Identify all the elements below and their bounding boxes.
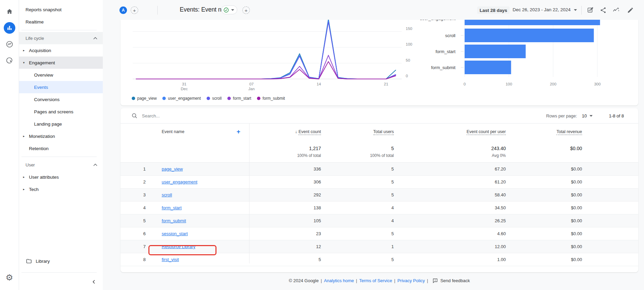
row-index: 6 xyxy=(120,231,146,236)
home-icon[interactable] xyxy=(4,6,15,17)
event-name-link[interactable]: form_submit xyxy=(162,218,186,223)
footer-link-analytics-home[interactable]: Analytics home xyxy=(324,278,354,283)
legend-label: form_submit xyxy=(262,96,285,101)
sidebar-section-life-cycle[interactable]: Life cycle xyxy=(19,32,103,44)
legend-item[interactable]: scroll xyxy=(207,96,222,101)
explore-icon[interactable] xyxy=(4,38,15,50)
search-input[interactable] xyxy=(141,113,286,119)
sidebar-item-library[interactable]: Library xyxy=(19,255,103,267)
event-count-value: 306 xyxy=(249,179,321,184)
add-comparison-button[interactable]: + xyxy=(131,6,138,14)
chevron-up-icon xyxy=(93,37,97,39)
sidebar-item-acquisition[interactable]: Acquisition xyxy=(19,44,103,57)
insights-icon[interactable] xyxy=(612,6,620,14)
event-name-cell: user_engagement xyxy=(146,179,249,184)
footer-link-privacy[interactable]: Privacy Policy xyxy=(397,278,425,283)
sidebar-item-label: Monetization xyxy=(29,134,55,139)
table-row[interactable]: 3scroll292558.40$0.00 xyxy=(120,189,638,202)
sidebar-item-engagement[interactable]: Engagement xyxy=(19,57,103,69)
table-row[interactable]: 5form_submit105426.25$0.00 xyxy=(120,214,638,227)
legend-label: form_start xyxy=(233,96,251,101)
event-name-link[interactable]: Resource Library xyxy=(162,244,195,249)
feedback-icon xyxy=(432,278,438,284)
event-count-per-user-value: 1.00 xyxy=(394,257,506,262)
sidebar-item-label: Tech xyxy=(29,187,39,192)
caret-down-icon[interactable] xyxy=(574,9,577,11)
event-name-link[interactable]: scroll xyxy=(162,192,172,197)
search-icon xyxy=(131,113,138,119)
sidebar-section-user[interactable]: User xyxy=(19,159,103,171)
total-revenue-value: $0.00 xyxy=(506,257,582,262)
table-row[interactable]: 8first_visit551.00$0.00 xyxy=(120,253,638,266)
table-row[interactable]: 4form_start138434.50$0.00 xyxy=(120,202,638,214)
sidebar-item-label: Library xyxy=(36,259,50,264)
date-range-selector[interactable]: Dec 26, 2023 - Jan 22, 2024 xyxy=(513,7,570,12)
total-event-count-sub: 100% of total xyxy=(249,153,321,158)
sidebar-item-realtime[interactable]: Realtime xyxy=(19,16,103,28)
column-header-total-users[interactable]: Total users xyxy=(373,129,394,135)
sidebar-item-label: Landing page xyxy=(34,122,62,127)
share-icon[interactable] xyxy=(599,6,607,14)
event-name-link[interactable]: user_engagement xyxy=(162,179,197,184)
footer-link-terms[interactable]: Terms of Service xyxy=(359,278,392,283)
data-quality-badge[interactable] xyxy=(221,5,237,14)
sidebar-item-overview[interactable]: Overview xyxy=(19,69,103,81)
event-name-link[interactable]: first_visit xyxy=(162,257,179,262)
event-name-cell: Resource Library xyxy=(146,244,249,249)
svg-text:Dec: Dec xyxy=(181,87,188,91)
comparison-avatar[interactable]: A xyxy=(119,6,127,14)
row-index: 5 xyxy=(120,218,146,223)
table-row[interactable]: 6session_start2354.60$0.00 xyxy=(120,227,638,240)
add-metric-button[interactable]: + xyxy=(242,6,250,14)
total-users-value: 5 xyxy=(321,231,394,236)
svg-text:0: 0 xyxy=(464,82,466,86)
event-name-link[interactable]: session_start xyxy=(162,231,188,236)
event-name-link[interactable]: form_start xyxy=(162,205,182,210)
add-dimension-plus-icon[interactable]: + xyxy=(237,128,240,135)
legend-item[interactable]: user_engagement xyxy=(162,96,201,101)
sidebar-item-landing-page[interactable]: Landing page xyxy=(19,118,103,130)
column-header-event-count-per-user[interactable]: Event count per user xyxy=(467,129,506,135)
section-label: Life cycle xyxy=(26,36,44,41)
footer-separator: | xyxy=(427,278,428,283)
rows-per-page-label: Rows per page: xyxy=(546,113,577,118)
sidebar-item-tech[interactable]: Tech xyxy=(19,183,103,195)
date-preset-chip[interactable]: Last 28 days xyxy=(477,6,510,14)
legend-item[interactable]: form_submit xyxy=(257,96,285,101)
sidebar-item-user-attributes[interactable]: User attributes xyxy=(19,171,103,183)
legend-item[interactable]: page_view xyxy=(132,96,157,101)
rows-per-page-select[interactable]: 10 xyxy=(582,113,592,118)
svg-text:100: 100 xyxy=(406,42,412,46)
row-index: 2 xyxy=(120,179,146,184)
column-header-event-name[interactable]: Event name xyxy=(162,129,184,134)
sidebar-item-label: Overview xyxy=(34,72,53,78)
customize-report-icon[interactable] xyxy=(586,6,595,14)
sidebar-item-conversions[interactable]: Conversions xyxy=(19,93,103,106)
table-row[interactable]: 7Resource Library12112.00$0.00 xyxy=(120,240,638,253)
advertising-icon[interactable] xyxy=(4,55,15,66)
event-count-per-user-value: 26.25 xyxy=(394,218,506,223)
total-users-value: 5 xyxy=(321,166,394,172)
sidebar-item-monetization[interactable]: Monetization xyxy=(19,130,103,142)
collapse-sidebar-chevron-icon[interactable] xyxy=(89,277,99,287)
check-circle-icon xyxy=(223,7,229,13)
sidebar-item-retention[interactable]: Retention xyxy=(19,142,103,155)
edit-pencil-icon[interactable] xyxy=(626,6,634,14)
table-row[interactable]: 2user_engagement306561.20$0.00 xyxy=(120,176,638,189)
event-count-value: 5 xyxy=(249,257,321,262)
column-header-event-count[interactable]: Event count xyxy=(299,129,321,135)
sidebar-item-pages-and-screens[interactable]: Pages and screens xyxy=(19,106,103,118)
table-row[interactable]: 1page_view336567.20$0.00 xyxy=(120,163,638,176)
sidebar-item-events[interactable]: Events xyxy=(19,81,103,93)
sidebar-item-label: User attributes xyxy=(29,175,59,180)
svg-text:0: 0 xyxy=(406,74,408,78)
legend-item[interactable]: form_start xyxy=(227,96,251,101)
svg-text:scroll: scroll xyxy=(445,33,455,38)
settings-gear-icon[interactable]: ⚙ xyxy=(4,272,15,283)
column-header-total-revenue[interactable]: Total revenue xyxy=(557,129,582,135)
reports-icon[interactable] xyxy=(4,22,15,34)
svg-text:form_submit: form_submit xyxy=(431,65,455,70)
event-name-link[interactable]: page_view xyxy=(162,166,183,172)
sidebar-item-reports-snapshot[interactable]: Reports snapshot xyxy=(19,3,103,16)
send-feedback-button[interactable]: Send feedback xyxy=(432,278,470,284)
